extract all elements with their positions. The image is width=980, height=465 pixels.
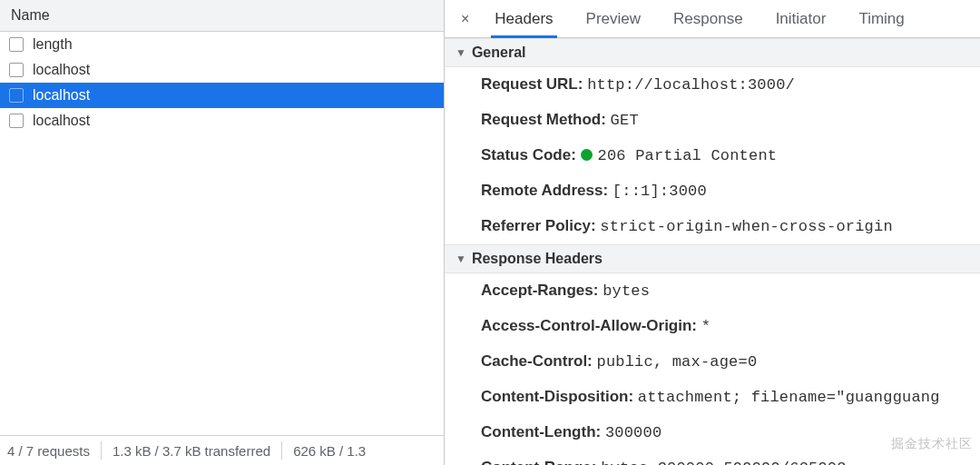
section-response-headers-title: Response Headers <box>472 251 603 267</box>
header-key: Request Method: <box>481 111 611 128</box>
header-key: Status Code: <box>481 146 581 163</box>
header-value: public, max-age=0 <box>597 353 758 371</box>
response-headers-row: Cache-Control: public, max-age=0 <box>445 344 980 380</box>
request-row[interactable]: localhost <box>0 57 444 83</box>
tab-timing[interactable]: Timing <box>842 0 920 37</box>
request-name: localhost <box>33 113 90 129</box>
status-resources: 626 kB / 1.3 <box>293 443 366 459</box>
section-general-header[interactable]: ▼ General <box>445 38 980 67</box>
response-headers-row: Content-Range: bytes 300000–599999/62590… <box>445 450 980 465</box>
tab-initiator[interactable]: Initiator <box>760 0 843 37</box>
divider <box>101 441 102 460</box>
response-headers-row: Content-Disposition: attachment; filenam… <box>445 380 980 415</box>
chevron-down-icon: ▼ <box>456 46 466 59</box>
header-key: Accept-Ranges: <box>481 282 603 299</box>
header-value: bytes <box>603 282 650 300</box>
document-icon <box>9 63 24 77</box>
header-key: Cache-Control: <box>481 352 597 370</box>
header-key: Content-Disposition: <box>481 388 638 405</box>
response-headers-row: Access-Control-Allow-Origin: * <box>445 309 980 344</box>
request-list-panel: Name lengthlocalhostlocalhostlocalhost 4… <box>0 0 445 465</box>
general-row: Request Method: GET <box>445 103 980 138</box>
document-icon <box>9 114 24 128</box>
header-key: Remote Address: <box>481 182 612 199</box>
request-detail-panel: × HeadersPreviewResponseInitiatorTiming … <box>445 0 980 465</box>
header-value: * <box>701 318 710 335</box>
status-requests: 4 / 7 requests <box>7 443 90 459</box>
headers-sections: ▼ General Request URL: http://localhost:… <box>445 38 980 465</box>
section-general-title: General <box>472 45 526 61</box>
column-name-header[interactable]: Name <box>0 0 444 32</box>
header-key: Content-Range: <box>481 459 601 465</box>
request-name: localhost <box>33 87 90 104</box>
general-row: Status Code: 206 Partial Content <box>445 138 980 173</box>
close-icon[interactable]: × <box>452 11 478 27</box>
request-row[interactable]: length <box>0 32 444 57</box>
detail-tabs: × HeadersPreviewResponseInitiatorTiming <box>445 0 980 38</box>
request-name: length <box>33 36 73 53</box>
request-row[interactable]: localhost <box>0 83 444 108</box>
status-transferred: 1.3 kB / 3.7 kB transferred <box>113 443 270 459</box>
header-key: Request URL: <box>481 75 587 93</box>
request-list: lengthlocalhostlocalhostlocalhost <box>0 32 444 435</box>
document-icon <box>9 88 24 103</box>
status-dot-icon <box>581 149 593 161</box>
response-headers-row: Accept-Ranges: bytes <box>445 273 980 309</box>
document-icon <box>9 37 24 52</box>
header-value: 300000 <box>605 424 662 441</box>
header-value: strict-origin-when-cross-origin <box>600 218 892 235</box>
section-response-headers-header[interactable]: ▼ Response Headers <box>445 244 980 273</box>
general-row: Referrer Policy: strict-origin-when-cros… <box>445 209 980 244</box>
header-value: attachment; filename="guangguang <box>638 389 940 406</box>
header-key: Access-Control-Allow-Origin: <box>481 317 701 334</box>
header-value: 206 Partial Content <box>598 147 778 164</box>
header-key: Content-Length: <box>481 423 605 440</box>
tab-headers[interactable]: Headers <box>478 0 569 37</box>
general-row: Request URL: http://localhost:3000/ <box>445 67 980 103</box>
divider <box>281 441 282 460</box>
header-value-highlight: 300000–599999/625902 <box>658 460 847 465</box>
general-row: Remote Address: [::1]:3000 <box>445 173 980 209</box>
header-value: bytes <box>601 460 657 465</box>
request-name: localhost <box>33 62 90 78</box>
tab-response[interactable]: Response <box>657 0 760 37</box>
watermark: 掘金技术社区 <box>891 436 973 452</box>
header-key: Referrer Policy: <box>481 217 600 234</box>
chevron-down-icon: ▼ <box>456 252 466 265</box>
devtools-network-panel: Name lengthlocalhostlocalhostlocalhost 4… <box>0 0 980 465</box>
header-value: [::1]:3000 <box>612 183 707 200</box>
status-bar: 4 / 7 requests 1.3 kB / 3.7 kB transferr… <box>0 435 444 465</box>
tab-preview[interactable]: Preview <box>570 0 657 37</box>
header-value: http://localhost:3000/ <box>587 76 795 94</box>
request-row[interactable]: localhost <box>0 108 444 134</box>
header-value: GET <box>611 112 639 129</box>
